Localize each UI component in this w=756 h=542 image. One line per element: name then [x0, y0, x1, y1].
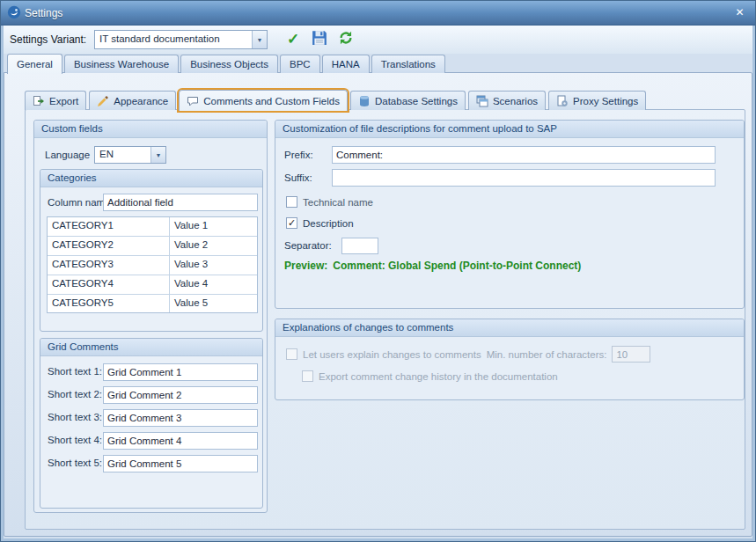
export-icon — [33, 95, 45, 107]
let-users-explain-label: Let users explain changes to comments — [303, 349, 481, 360]
preview-line: Preview:Comment: Global Spend (Point-to-… — [284, 260, 586, 272]
settings-variant-label: Settings Variant: — [10, 33, 86, 46]
short-text-3-label: Short text 3: — [48, 412, 102, 422]
subtab-label: Scenarios — [493, 96, 538, 106]
grid-comments-group-title: Grid Comments — [40, 339, 262, 356]
tab-general[interactable]: General — [7, 54, 62, 74]
table-row[interactable]: CATEGORY3 Value 3 — [48, 256, 257, 275]
subtab-label: Export — [49, 96, 78, 106]
grid-comment-1-input[interactable] — [103, 363, 258, 381]
check-icon: ✓ — [283, 30, 303, 49]
export-history-label: Export comment change history in the doc… — [319, 371, 558, 382]
table-row[interactable]: CATEGORY2 Value 2 — [48, 237, 257, 256]
separator-input[interactable] — [341, 238, 378, 254]
value-cell: Value 5 — [170, 295, 257, 313]
sap-upload-group: Customization of file descriptions for c… — [275, 120, 745, 309]
category-cell: CATEGORY5 — [48, 295, 170, 313]
value-cell: Value 1 — [170, 217, 257, 236]
table-row[interactable]: CATEGORY1 Value 1 — [48, 217, 257, 237]
proxy-icon — [556, 95, 569, 107]
suffix-label: Suffix: — [284, 172, 312, 183]
short-text-2-label: Short text 2: — [48, 389, 102, 399]
language-label: Language — [45, 150, 90, 160]
explanations-group: Explanations of changes to comments Let … — [275, 319, 745, 400]
grid-comment-2-input[interactable] — [103, 386, 258, 404]
custom-fields-group: Custom fields Language EN ▼ Categories C… — [33, 120, 268, 513]
technical-name-checkbox[interactable] — [286, 196, 297, 208]
categories-group-title: Categories — [40, 170, 262, 187]
comments-icon — [187, 95, 199, 107]
table-row[interactable]: CATEGORY4 Value 4 — [48, 275, 257, 295]
preview-value: Comment: Global Spend (Point-to-Point Co… — [333, 260, 581, 272]
tab-business-objects[interactable]: Business Objects — [180, 55, 278, 73]
explanations-group-title: Explanations of changes to comments — [275, 319, 744, 337]
main-tab-strip: General Business Warehouse Business Obje… — [7, 53, 447, 73]
grid-comment-5-input[interactable] — [103, 455, 258, 472]
settings-variant-value: IT standard documentation — [99, 33, 220, 44]
short-text-5-label: Short text 5: — [48, 458, 102, 468]
category-cell: CATEGORY4 — [48, 275, 170, 294]
save-icon — [312, 37, 327, 48]
prefix-label: Prefix: — [284, 150, 313, 160]
sub-tab-strip: Export Appearance Comments and Custom Fi… — [25, 89, 649, 110]
save-button[interactable] — [310, 30, 329, 49]
titlebar: Settings ✕ — [1, 1, 755, 26]
separator-label: Separator: — [284, 240, 332, 251]
categories-table: CATEGORY1 Value 1 CATEGORY2 Value 2 CATE… — [47, 216, 258, 313]
comments-custom-fields-panel: Custom fields Language EN ▼ Categories C… — [25, 109, 745, 530]
column-name-input[interactable] — [103, 194, 258, 211]
tab-translations[interactable]: Translations — [371, 55, 445, 73]
window-title: Settings — [25, 7, 62, 19]
category-cell: CATEGORY3 — [48, 256, 170, 275]
language-value: EN — [99, 149, 114, 159]
grid-comment-4-input[interactable] — [103, 432, 258, 450]
tab-hana[interactable]: HANA — [322, 55, 370, 73]
subtab-label: Appearance — [114, 96, 168, 106]
chevron-down-icon[interactable]: ▼ — [150, 147, 165, 163]
categories-group: Categories Column name: CATEGORY1 Value … — [40, 169, 263, 332]
description-label: Description — [303, 218, 354, 229]
subtab-comments-and-custom-fields[interactable]: Comments and Custom Fields — [179, 90, 348, 111]
table-row[interactable]: CATEGORY5 Value 5 — [48, 295, 257, 313]
preview-label: Preview: — [284, 260, 327, 272]
grid-comment-3-input[interactable] — [103, 409, 258, 427]
export-history-checkbox — [302, 370, 313, 382]
subtab-proxy-settings[interactable]: Proxy Settings — [548, 91, 646, 110]
let-users-explain-checkbox — [286, 348, 297, 360]
min-chars-input — [612, 346, 650, 363]
subtab-export[interactable]: Export — [25, 91, 86, 110]
subtab-label: Proxy Settings — [573, 96, 638, 106]
technical-name-label: Technical name — [303, 197, 373, 208]
refresh-button[interactable] — [336, 30, 356, 49]
sap-upload-group-title: Customization of file descriptions for c… — [275, 121, 744, 138]
settings-window: Settings ✕ Settings Variant: IT standard… — [0, 0, 756, 542]
apply-button[interactable]: ✓ — [283, 30, 303, 49]
value-cell: Value 3 — [170, 256, 257, 275]
subtab-label: Comments and Custom Fields — [203, 96, 340, 106]
value-cell: Value 2 — [170, 237, 257, 255]
custom-fields-group-title: Custom fields — [34, 121, 267, 138]
app-icon — [7, 5, 21, 19]
appearance-icon — [97, 95, 109, 107]
category-cell: CATEGORY2 — [48, 237, 170, 255]
subtab-appearance[interactable]: Appearance — [89, 91, 176, 110]
close-icon[interactable]: ✕ — [732, 5, 747, 20]
grid-comments-group: Grid Comments Short text 1: Short text 2… — [40, 338, 263, 509]
scenarios-icon — [476, 95, 488, 107]
short-text-4-label: Short text 4: — [48, 435, 102, 445]
subtab-scenarios[interactable]: Scenarios — [468, 91, 546, 110]
variant-bar: Settings Variant: IT standard documentat… — [4, 26, 752, 54]
database-icon — [358, 95, 371, 107]
description-checkbox[interactable]: ✓ — [286, 217, 297, 229]
category-cell: CATEGORY1 — [48, 217, 170, 236]
tab-business-warehouse[interactable]: Business Warehouse — [64, 55, 179, 73]
tab-bpc[interactable]: BPC — [280, 55, 320, 73]
suffix-input[interactable] — [332, 169, 716, 187]
min-chars-label: Min. number of characters: — [487, 349, 607, 360]
chevron-down-icon[interactable]: ▼ — [252, 31, 267, 48]
subtab-label: Database Settings — [375, 96, 458, 106]
settings-variant-combobox[interactable]: IT standard documentation ▼ — [94, 30, 268, 49]
language-combobox[interactable]: EN ▼ — [94, 146, 166, 164]
subtab-database-settings[interactable]: Database Settings — [350, 91, 466, 110]
prefix-input[interactable] — [332, 146, 716, 164]
